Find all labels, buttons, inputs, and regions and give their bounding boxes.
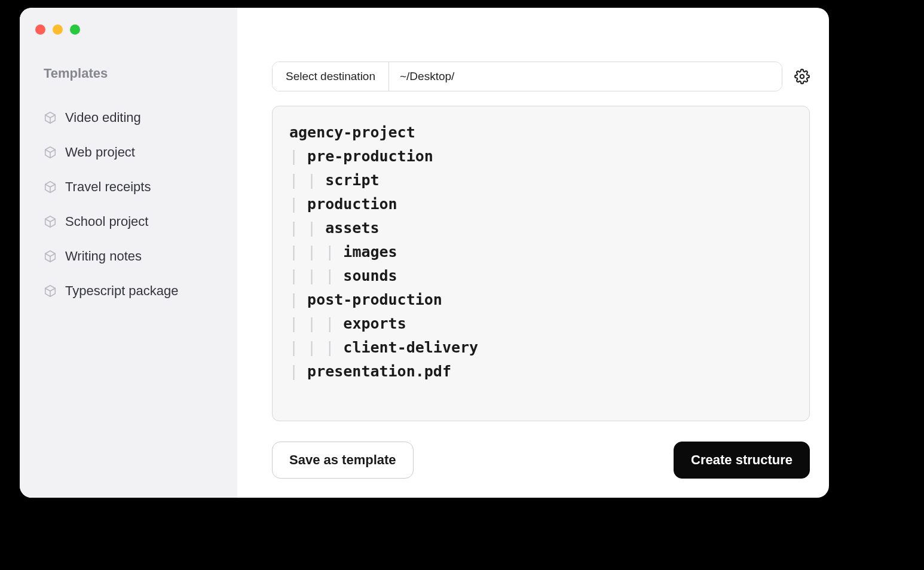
create-structure-label: Create structure: [691, 452, 793, 468]
template-item[interactable]: Web project: [34, 135, 223, 170]
template-item-label: Typescript package: [65, 283, 179, 299]
main-panel: Select destination agency-project | pre-…: [237, 8, 829, 498]
destination-path-input[interactable]: [389, 62, 782, 91]
sidebar: Templates Video editingWeb projectTravel…: [20, 8, 237, 498]
template-item[interactable]: Writing notes: [34, 239, 223, 274]
cube-icon: [44, 250, 57, 263]
window-zoom-button[interactable]: [70, 24, 80, 35]
template-item[interactable]: Typescript package: [34, 274, 223, 308]
create-structure-button[interactable]: Create structure: [674, 442, 810, 479]
select-destination-button[interactable]: Select destination: [273, 62, 389, 91]
template-item[interactable]: Video editing: [34, 100, 223, 135]
cube-icon: [44, 111, 57, 124]
window-close-button[interactable]: [35, 24, 45, 35]
sidebar-title: Templates: [34, 66, 223, 81]
window-minimize-button[interactable]: [53, 24, 63, 35]
cube-icon: [44, 215, 57, 228]
destination-row: Select destination: [272, 62, 810, 91]
action-row: Save as template Create structure: [272, 442, 810, 479]
template-item-label: Travel receipts: [65, 179, 151, 195]
cube-icon: [44, 180, 57, 194]
template-item-label: Web project: [65, 145, 135, 160]
cube-icon: [44, 284, 57, 298]
app-window: Templates Video editingWeb projectTravel…: [20, 8, 829, 498]
svg-point-0: [800, 75, 804, 79]
template-list: Video editingWeb projectTravel receiptsS…: [34, 100, 223, 308]
structure-editor[interactable]: agency-project | pre-production | | scri…: [272, 106, 810, 421]
template-item-label: Video editing: [65, 110, 141, 125]
select-destination-label: Select destination: [286, 70, 375, 83]
window-controls: [34, 24, 223, 35]
template-item[interactable]: School project: [34, 204, 223, 239]
template-item[interactable]: Travel receipts: [34, 170, 223, 204]
destination-group: Select destination: [272, 62, 782, 91]
settings-icon[interactable]: [794, 69, 810, 84]
save-as-template-label: Save as template: [289, 452, 396, 468]
cube-icon: [44, 146, 57, 159]
save-as-template-button[interactable]: Save as template: [272, 442, 414, 479]
template-item-label: Writing notes: [65, 249, 142, 264]
template-item-label: School project: [65, 214, 148, 229]
